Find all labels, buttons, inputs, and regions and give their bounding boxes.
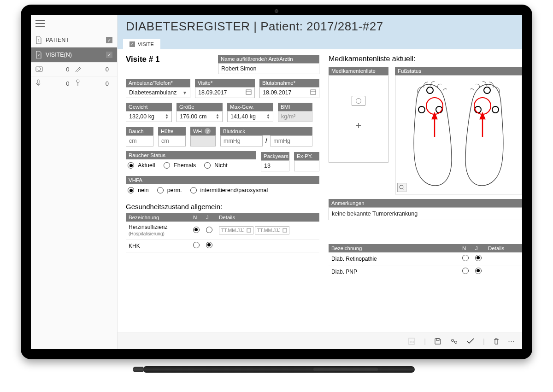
expy-label: Ex-PY. [294, 152, 319, 160]
camera-count: 0 [48, 66, 73, 73]
tab-visite[interactable]: ✓ VISITE [123, 39, 160, 49]
title-separator: | [250, 19, 261, 33]
svg-point-17 [474, 98, 491, 114]
info-icon[interactable]: ? [205, 128, 211, 134]
radio-ehemals[interactable]: Ehemals [164, 162, 196, 169]
radio-nicht[interactable]: Nicht [204, 162, 227, 169]
sidebar-item-visiten[interactable]: 2 VISITE(N) ✓ [31, 47, 117, 62]
date-to-input[interactable]: TT.MM.JJJ [255, 226, 289, 234]
medlist-label: Medikamentenliste [329, 67, 388, 75]
table-row: KHK [126, 240, 319, 252]
radio-j[interactable] [475, 255, 482, 261]
app-title: DIABETESREGISTER [126, 19, 250, 33]
mic-count: 0 [48, 80, 73, 87]
th-bezeichnung: Bezeichnung [126, 213, 190, 222]
pdf-export-icon[interactable]: PDF [407, 337, 416, 345]
svg-point-16 [426, 98, 443, 114]
th-bezeichnung: Bezeichnung [329, 244, 459, 252]
date-from-input[interactable]: TT.MM.JJJ [219, 226, 253, 234]
th-j: J [203, 213, 216, 222]
maxgew-label: Max-Gew. [227, 103, 273, 111]
th-n: N [459, 244, 472, 252]
radio-j[interactable] [206, 227, 212, 233]
check-icon: ✓ [106, 37, 112, 43]
anmerkungen-input[interactable]: keine bekannte Tumorerkrankung [329, 207, 522, 220]
visit-title: Visite # 1 [126, 55, 213, 64]
expy-input[interactable] [294, 160, 319, 171]
spinner-icon[interactable]: ▲▼ [165, 114, 169, 119]
table-row: Diab. Retinopathie [329, 252, 522, 265]
wh-display [190, 135, 216, 146]
huefte-input[interactable] [158, 135, 186, 146]
radio-n[interactable] [193, 242, 200, 248]
groesse-input[interactable]: 176,00 cm▲▼ [176, 111, 223, 122]
svg-rect-8 [247, 228, 251, 232]
blut-date-input[interactable]: 18.09.2017 [259, 87, 319, 98]
svg-point-3 [38, 68, 41, 70]
zoom-button[interactable] [397, 183, 406, 192]
svg-point-28 [455, 341, 457, 343]
maxgew-input[interactable]: 141,40 kg▲▼ [227, 111, 273, 122]
radio-n[interactable] [462, 268, 469, 274]
svg-rect-9 [283, 228, 287, 232]
microphone-icon[interactable] [35, 79, 47, 88]
doctor-input[interactable]: Robert Simon [218, 63, 319, 74]
svg-text:2: 2 [38, 53, 40, 57]
bmi-label: BMI [278, 103, 312, 111]
health-table-left: Bezeichnung N J Details Herzinsuffizienz… [126, 213, 319, 252]
radio-intermit[interactable]: intermittierend/paroxysmal [190, 187, 268, 193]
stylus-pen [143, 366, 415, 373]
svg-point-15 [492, 106, 499, 113]
health-title: Gesundheitszustand allgemein: [126, 203, 319, 211]
svg-rect-26 [436, 339, 439, 340]
health-table-right: Bezeichnung N J Details Diab. Retinopath… [329, 244, 522, 278]
spinner-icon[interactable]: ▲▼ [216, 114, 219, 119]
row-name: KHK [126, 240, 190, 252]
plus-icon[interactable]: + [356, 120, 362, 132]
raucher-radio-group: Aktuell Ehemals Nicht [126, 159, 256, 171]
radio-j[interactable] [475, 268, 482, 274]
sidebar-item-label: VISITE(N) [46, 52, 72, 58]
bp-dia-input[interactable] [270, 135, 312, 146]
fussstatus-panel[interactable] [395, 75, 522, 194]
more-icon[interactable]: ⋯ [508, 337, 516, 345]
pin-icon[interactable] [75, 79, 86, 88]
radio-n[interactable] [462, 255, 469, 261]
patient-prefix: Patient: [260, 19, 306, 33]
radio-j[interactable] [206, 242, 212, 248]
ambulanz-select[interactable]: Diabetesambulanz▼ [126, 87, 190, 98]
spinner-icon[interactable]: ▲▼ [266, 114, 270, 119]
radio-aktuell[interactable]: Aktuell [128, 162, 155, 169]
check-icon: ✓ [129, 41, 135, 47]
gewicht-label: Gewicht [126, 103, 172, 111]
sidebar-item-patient[interactable]: 1 PATIENT ✓ [31, 33, 117, 47]
camera-icon [352, 96, 365, 106]
gewicht-input[interactable]: 132,00 kg▲▼ [126, 111, 172, 122]
radio-n[interactable] [193, 227, 200, 233]
confirm-icon[interactable] [466, 338, 475, 345]
svg-point-5 [76, 80, 79, 82]
th-n: N [190, 213, 203, 222]
th-details: Details [216, 213, 319, 222]
radio-nein[interactable]: nein [128, 187, 149, 193]
svg-point-11 [418, 106, 425, 113]
camera-icon[interactable] [35, 66, 47, 73]
packyears-label: Packyears [261, 152, 289, 160]
radio-perm[interactable]: perm. [157, 187, 182, 193]
delete-icon[interactable] [493, 338, 500, 345]
row-name: Herzinsuffizienz [129, 224, 167, 230]
bp-sys-input[interactable] [220, 135, 263, 146]
tab-label: VISITE [138, 41, 154, 47]
magnifier-icon [399, 185, 405, 190]
share-icon[interactable] [450, 338, 458, 345]
title-bar: DIABETESREGISTER | Patient: 2017/281-#27 [118, 15, 522, 39]
pencil-count: 0 [88, 66, 113, 73]
packyears-input[interactable]: 13 [261, 160, 289, 171]
tablet-camera [275, 9, 278, 13]
medlist-panel[interactable]: + [329, 75, 388, 163]
save-icon[interactable] [434, 338, 441, 345]
visite-date-input[interactable]: 18.09.2017 [195, 87, 255, 98]
bauch-input[interactable] [126, 135, 153, 146]
pencil-icon[interactable] [75, 65, 86, 73]
menu-hamburger-icon[interactable] [31, 15, 117, 33]
